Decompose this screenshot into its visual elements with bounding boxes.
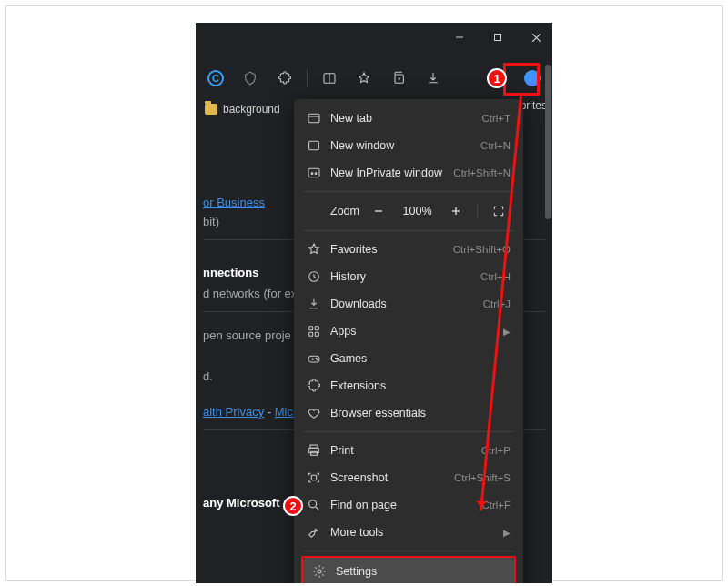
menu-separator (303, 431, 514, 432)
zoom-value: 100% (398, 205, 438, 217)
menu-label: Print (330, 444, 472, 457)
svg-rect-25 (315, 332, 318, 336)
svg-rect-23 (315, 327, 318, 330)
split-screen-button[interactable] (317, 66, 342, 91)
menu-shortcut: Ctrl+H (480, 271, 511, 282)
svg-rect-24 (309, 332, 313, 336)
zoom-in-button[interactable] (444, 199, 468, 223)
svg-rect-33 (311, 451, 318, 455)
profile-button[interactable]: C (203, 66, 228, 91)
favorites-bar-overflow[interactable]: orites (521, 99, 547, 112)
heart-pulse-icon (307, 406, 321, 420)
browser-window: C (196, 23, 552, 583)
zoom-label: Zoom (307, 205, 359, 217)
favorites-button[interactable] (351, 66, 377, 91)
svg-point-29 (316, 358, 317, 359)
menu-settings[interactable]: Settings (303, 558, 514, 583)
app-menu: New tab Ctrl+T New window Ctrl+N New InP… (294, 99, 523, 583)
menu-separator (303, 230, 514, 231)
svg-line-36 (316, 507, 318, 510)
menu-label: History (330, 270, 471, 283)
menu-label: Browser essentials (330, 407, 511, 419)
menu-label: Apps (330, 325, 494, 338)
menu-favorites[interactable]: Favorites Ctrl+Shift+O (298, 236, 520, 263)
star-plus-icon (357, 71, 371, 86)
svg-rect-14 (309, 141, 319, 149)
svg-rect-12 (308, 114, 319, 122)
svg-point-30 (317, 359, 318, 360)
zoom-out-button[interactable] (367, 199, 390, 223)
svg-rect-22 (309, 327, 313, 330)
maximize-button[interactable] (489, 28, 507, 46)
image-frame: C (5, 5, 723, 581)
collections-icon (391, 71, 406, 86)
menu-more-tools[interactable]: More tools ▶ (298, 519, 520, 546)
download-icon (307, 297, 321, 311)
menu-label: Settings (336, 565, 505, 578)
menu-inprivate[interactable]: New InPrivate window Ctrl+Shift+N (298, 159, 520, 187)
menu-shortcut: Ctrl+N (480, 140, 511, 151)
menu-downloads[interactable]: Downloads Ctrl+J (298, 290, 520, 318)
menu-history[interactable]: History Ctrl+H (298, 263, 520, 290)
menu-extensions[interactable]: Extensions (298, 372, 520, 399)
window-icon (307, 138, 321, 153)
svg-rect-34 (311, 475, 316, 480)
toolbar-divider (307, 69, 308, 87)
puzzle-icon (278, 71, 292, 86)
new-tab-icon (307, 111, 321, 126)
downloads-button[interactable] (420, 66, 446, 91)
download-icon (426, 71, 440, 86)
close-button[interactable] (527, 28, 545, 46)
rewards-button[interactable] (238, 66, 263, 91)
menu-label: Favorites (330, 243, 444, 256)
search-icon (307, 498, 321, 512)
menu-browser-essentials[interactable]: Browser essentials (298, 399, 520, 427)
menu-label: Find on page (330, 499, 472, 511)
screenshot-icon (307, 470, 321, 485)
tools-icon (307, 525, 321, 540)
menu-shortcut: Ctrl+J (483, 298, 511, 309)
annotation-settings-box: Settings (301, 556, 516, 583)
shield-icon (243, 71, 258, 86)
extensions-icon (307, 379, 321, 393)
apps-icon (307, 324, 321, 338)
menu-label: Downloads (330, 298, 474, 310)
chevron-right-icon: ▶ (503, 327, 511, 337)
svg-point-35 (309, 500, 317, 508)
menu-apps[interactable]: Apps ▶ (298, 318, 520, 345)
menu-label: New window (330, 139, 471, 152)
gear-icon (312, 564, 327, 579)
games-icon (307, 351, 321, 366)
menu-shortcut: Ctrl+Shift+O (453, 244, 511, 255)
menu-new-tab[interactable]: New tab Ctrl+T (298, 105, 520, 132)
fav-folder-label[interactable]: background (223, 103, 280, 116)
menu-separator (303, 191, 514, 192)
annotation-box-1 (503, 63, 540, 96)
menu-label: Screenshot (330, 471, 445, 484)
divider (477, 203, 478, 219)
window-controls (450, 28, 545, 46)
svg-rect-1 (495, 35, 501, 41)
page-text: - (264, 405, 275, 419)
annotation-badge-1: 1 (487, 68, 507, 88)
chevron-right-icon: ▶ (503, 528, 511, 538)
menu-label: New tab (330, 112, 472, 125)
menu-label: Games (330, 352, 511, 365)
svg-point-16 (311, 173, 313, 175)
svg-rect-15 (308, 168, 319, 177)
menu-games[interactable]: Games (298, 345, 520, 372)
menu-new-window[interactable]: New window Ctrl+N (298, 132, 520, 159)
minimize-button[interactable] (450, 28, 469, 46)
profile-c-icon: C (207, 70, 224, 86)
menu-label: Extensions (330, 379, 511, 392)
page-link[interactable]: alth Privacy (203, 405, 264, 419)
split-screen-icon (322, 71, 337, 86)
scrollbar[interactable] (545, 65, 551, 219)
svg-point-37 (318, 570, 321, 573)
annotation-badge-2: 2 (283, 496, 303, 516)
extensions-button[interactable] (272, 66, 298, 91)
folder-icon (205, 104, 217, 115)
page-link[interactable]: or Business (203, 196, 265, 209)
print-icon (307, 443, 321, 458)
collections-button[interactable] (386, 66, 411, 91)
